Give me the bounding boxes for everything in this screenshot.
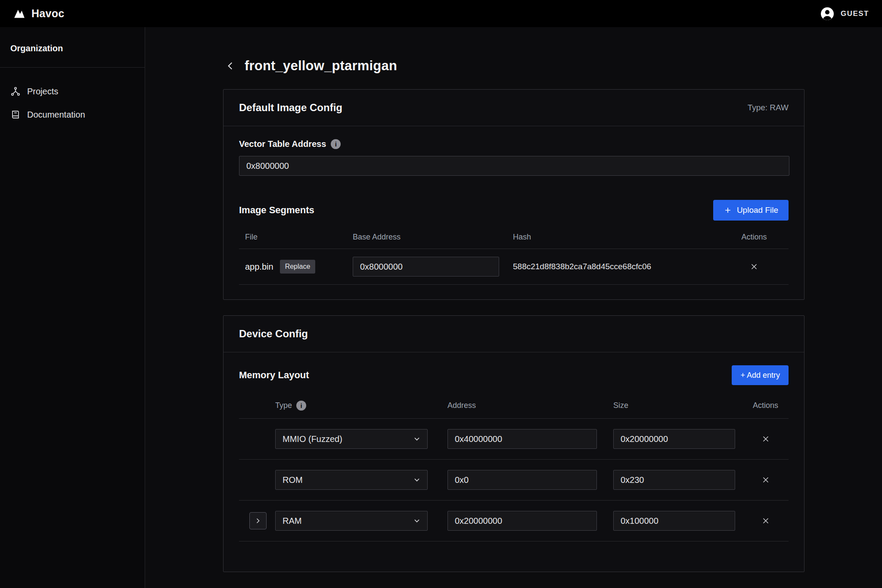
memory-address-input[interactable]	[447, 429, 597, 449]
info-icon[interactable]: i	[331, 139, 341, 149]
device-config-card-header: Device Config	[224, 316, 804, 352]
segment-hash: 588c21d8f838b2ca7a8d45cce68cfc06	[513, 262, 720, 271]
device-config-card: Device Config Memory Layout + Add entry …	[223, 315, 804, 572]
chevron-down-icon	[413, 516, 421, 525]
page-title: front_yellow_ptarmigan	[245, 58, 397, 74]
segment-file-name: app.bin	[245, 262, 273, 272]
segment-file-cell: app.bin Replace	[239, 260, 349, 274]
havoc-logo-icon	[13, 7, 26, 20]
projects-icon	[10, 86, 21, 96]
segment-base-address-input[interactable]	[353, 257, 499, 277]
column-header-base-address: Base Address	[349, 233, 513, 242]
close-icon	[749, 262, 759, 271]
memory-size-input[interactable]	[613, 511, 735, 531]
memory-type-value: MMIO (Fuzzed)	[283, 434, 342, 444]
image-config-card-body: Vector Table Address i Image Segments Up…	[224, 126, 804, 299]
plus-icon	[724, 206, 732, 215]
column-header-hash: Hash	[513, 233, 720, 242]
chevron-down-icon	[413, 435, 421, 443]
segment-row: app.bin Replace 588c21d8f838b2ca7a8d45cc…	[239, 249, 789, 285]
upload-file-button[interactable]: Upload File	[713, 200, 789, 221]
documentation-icon	[10, 109, 21, 120]
image-config-title: Default Image Config	[239, 102, 342, 114]
user-menu[interactable]: GUEST	[820, 6, 869, 22]
sidebar-item-documentation[interactable]: Documentation	[0, 103, 145, 126]
device-config-title: Device Config	[239, 328, 308, 340]
close-icon	[761, 475, 770, 485]
memory-type-value: ROM	[283, 475, 303, 485]
close-icon	[761, 434, 770, 444]
close-icon	[761, 516, 770, 526]
remove-memory-row-button[interactable]	[758, 473, 773, 487]
chevron-right-icon	[254, 516, 262, 525]
chevron-left-icon	[225, 60, 236, 72]
info-icon[interactable]: i	[296, 401, 306, 411]
memory-size-input[interactable]	[613, 470, 735, 490]
sidebar-item-projects[interactable]: Projects	[0, 80, 145, 103]
memory-type-select[interactable]: ROM	[275, 470, 428, 490]
vector-table-address-input[interactable]	[239, 156, 789, 176]
main-content: front_yellow_ptarmigan Default Image Con…	[145, 27, 882, 588]
user-label: GUEST	[841, 9, 869, 18]
add-entry-button[interactable]: + Add entry	[732, 365, 789, 385]
vector-table-label-row: Vector Table Address i	[239, 139, 789, 149]
image-segments-header: Image Segments Upload File	[239, 200, 789, 221]
sidebar-section-organization: Organization	[0, 27, 145, 68]
column-header-address: Address	[447, 401, 613, 410]
image-type-label: Type: RAW	[748, 103, 789, 112]
topbar: Havoc GUEST	[0, 0, 882, 27]
page-head: front_yellow_ptarmigan	[223, 58, 882, 74]
memory-address-input[interactable]	[447, 470, 597, 490]
memory-table-header: Type i Address Size Actions	[239, 401, 789, 419]
upload-file-label: Upload File	[737, 205, 778, 215]
back-button[interactable]	[223, 59, 238, 73]
memory-type-value: RAM	[283, 516, 301, 526]
column-header-file: File	[239, 233, 349, 242]
column-header-type: Type	[275, 401, 292, 410]
memory-row: ROM	[239, 460, 789, 501]
memory-address-input[interactable]	[447, 511, 597, 531]
memory-layout-table: Type i Address Size Actions MMIO (Fuzzed…	[239, 401, 789, 572]
memory-layout-title: Memory Layout	[239, 370, 309, 381]
brand: Havoc	[13, 7, 65, 20]
memory-layout-header: Memory Layout + Add entry	[239, 365, 789, 385]
remove-memory-row-button[interactable]	[758, 432, 773, 446]
sidebar-item-label: Documentation	[27, 110, 85, 120]
image-segments-title: Image Segments	[239, 205, 314, 216]
avatar-icon[interactable]	[820, 6, 835, 22]
image-segments-table: File Base Address Hash Actions app.bin R…	[239, 233, 789, 299]
sidebar: Organization Projects	[0, 27, 145, 588]
remove-memory-row-button[interactable]	[758, 513, 773, 528]
memory-size-input[interactable]	[613, 429, 735, 449]
image-config-card-header: Default Image Config Type: RAW	[224, 90, 804, 126]
sidebar-nav: Projects Documentation	[0, 68, 145, 126]
segments-table-header: File Base Address Hash Actions	[239, 233, 789, 249]
column-header-actions: Actions	[741, 233, 767, 242]
expand-row-button[interactable]	[249, 512, 267, 529]
device-config-card-body: Memory Layout + Add entry Type i Address…	[224, 352, 804, 572]
column-header-size: Size	[613, 401, 742, 410]
sidebar-item-label: Projects	[27, 87, 58, 96]
memory-type-select[interactable]: RAM	[275, 511, 428, 531]
memory-type-select[interactable]: MMIO (Fuzzed)	[275, 429, 428, 449]
image-config-card: Default Image Config Type: RAW Vector Ta…	[223, 89, 804, 300]
memory-row: MMIO (Fuzzed)	[239, 419, 789, 460]
memory-row: RAM	[239, 501, 789, 541]
brand-name: Havoc	[31, 7, 65, 20]
vector-table-label: Vector Table Address	[239, 139, 326, 149]
replace-file-button[interactable]: Replace	[280, 260, 316, 274]
chevron-down-icon	[413, 476, 421, 484]
column-header-actions: Actions	[753, 401, 778, 410]
remove-segment-button[interactable]	[747, 259, 761, 274]
